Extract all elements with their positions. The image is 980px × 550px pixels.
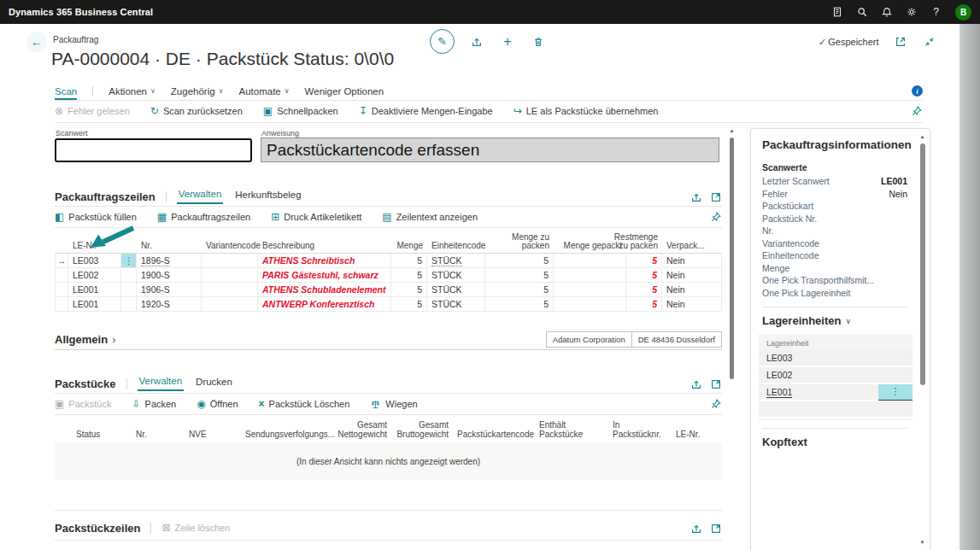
- row-menu-button[interactable]: [121, 268, 137, 283]
- scanwert-input[interactable]: [55, 138, 252, 162]
- col-header-verpackung[interactable]: Verpack...: [662, 232, 722, 254]
- col-header-nr[interactable]: Nr.: [137, 232, 202, 254]
- cell-menge-zu-packen[interactable]: 5: [485, 254, 554, 268]
- row-menu-button[interactable]: ⋮: [121, 254, 137, 268]
- cell-menge-zu-packen[interactable]: 5: [485, 283, 554, 297]
- row-menu-button[interactable]: ⋮: [878, 384, 913, 401]
- breadcrumb[interactable]: Packauftrag: [53, 35, 98, 44]
- section-title[interactable]: Allgemein: [55, 333, 108, 346]
- cell-le-nr[interactable]: LE001: [68, 297, 121, 312]
- collapse-button[interactable]: [922, 34, 937, 50]
- menu-tab-weniger-optionen[interactable]: Weniger Optionen: [305, 86, 384, 97]
- menu-tab-automate[interactable]: Automate ∨: [239, 86, 290, 97]
- scroll-up-icon[interactable]: ▲: [730, 127, 735, 134]
- kopftext-header[interactable]: Kopftext: [762, 436, 907, 448]
- lagereinheit-column-header[interactable]: Lagereinheit: [759, 334, 913, 350]
- cell-menge-zu-packen[interactable]: 5: [485, 297, 554, 312]
- menu-tab-aktionen[interactable]: Aktionen ∨: [109, 86, 156, 97]
- cell-nr-value[interactable]: 1896-S: [141, 255, 170, 266]
- cell-menge-gepackt[interactable]: [554, 268, 626, 283]
- col-header-gesamt-bruttogewicht[interactable]: Gesamt Bruttogewicht: [391, 418, 453, 444]
- expand-icon[interactable]: [710, 520, 722, 535]
- cell-beschreibung[interactable]: PARIS Gästestuhl, schwarz: [258, 268, 391, 283]
- back-button[interactable]: ←: [26, 32, 47, 52]
- cell-verpackung[interactable]: Nein: [662, 283, 722, 297]
- avatar[interactable]: B: [955, 4, 971, 20]
- cell-le-nr[interactable]: LE003: [68, 254, 121, 268]
- cell-variantencode[interactable]: [202, 297, 258, 312]
- tab-herkunftsbeleg[interactable]: Herkunftsbeleg: [233, 190, 302, 203]
- search-icon[interactable]: [849, 0, 874, 24]
- col-header-beschreibung[interactable]: Beschreibung: [258, 232, 391, 254]
- cell-le-nr[interactable]: LE002: [68, 268, 121, 283]
- lagereinheiten-header[interactable]: Lagereinheiten ∨: [762, 314, 907, 327]
- list-item[interactable]: LE003: [759, 350, 913, 367]
- pin-icon[interactable]: [710, 398, 722, 410]
- share-button[interactable]: [468, 33, 485, 50]
- menu-tab-zugehoerig[interactable]: Zugehörig ∨: [171, 86, 224, 97]
- new-record-button[interactable]: +: [499, 33, 516, 50]
- cell-menge[interactable]: 5: [391, 283, 427, 297]
- cell-beschreibung[interactable]: ANTWERP Konferenztisch: [258, 297, 391, 312]
- action-wiegen[interactable]: Wiegen: [370, 398, 417, 409]
- share-icon[interactable]: [690, 376, 702, 391]
- cell-variantencode[interactable]: [202, 268, 258, 283]
- list-item[interactable]: LE002: [759, 367, 913, 384]
- scrollbar-thumb[interactable]: [920, 143, 925, 385]
- menu-tab-scan[interactable]: Scan: [55, 86, 77, 100]
- cell-einheitencode[interactable]: STÜCK: [427, 268, 485, 283]
- col-header-menge[interactable]: Menge: [391, 232, 427, 254]
- action-packauftragszeilen[interactable]: ▦ Packauftragszeilen: [157, 212, 250, 222]
- action-druck-artikeletikett[interactable]: ⊞ Druck Artikeletikett: [271, 212, 361, 222]
- row-menu-button[interactable]: [121, 297, 137, 312]
- list-item-label[interactable]: LE002: [766, 370, 792, 380]
- tab-drucken[interactable]: Drucken: [194, 377, 234, 390]
- cell-menge[interactable]: 5: [391, 254, 427, 268]
- cell-verpackung[interactable]: Nein: [662, 268, 722, 283]
- col-header-sendungsverfolgung[interactable]: Sendungsverfolgungs...: [241, 418, 326, 444]
- action-packen[interactable]: ⇩ Packen: [132, 399, 176, 409]
- cell-menge[interactable]: 5: [391, 268, 427, 283]
- cell-einheit-value[interactable]: STÜCK: [431, 255, 462, 266]
- action-zeilentext-anzeigen[interactable]: ▤ Zeilentext anzeigen: [382, 212, 478, 222]
- badge-address[interactable]: DE 48436 Düsseldorf: [632, 331, 722, 348]
- badge-customer[interactable]: Adatum Corporation: [546, 331, 632, 348]
- expand-icon[interactable]: [710, 376, 722, 391]
- col-header-nr[interactable]: Nr.: [132, 418, 185, 444]
- col-header-in-packstuecknr[interactable]: In Packstücknr.: [608, 418, 672, 444]
- cell-nr[interactable]: 1900-S: [137, 268, 202, 283]
- cell-menge-gepackt[interactable]: [554, 297, 626, 312]
- share-icon[interactable]: [690, 520, 702, 535]
- main-scrollbar[interactable]: ▲: [727, 127, 736, 549]
- cell-verpackung[interactable]: Nein: [662, 297, 722, 312]
- cell-menge-zu-packen[interactable]: 5: [485, 268, 554, 283]
- pin-icon[interactable]: [710, 211, 722, 223]
- open-in-window-button[interactable]: [893, 34, 908, 50]
- scroll-down-icon[interactable]: ▼: [920, 539, 925, 546]
- delete-record-button[interactable]: [530, 33, 547, 50]
- list-item-selected[interactable]: LE001 ⋮: [759, 384, 913, 401]
- cell-variantencode[interactable]: [202, 254, 258, 268]
- col-header-le-nr[interactable]: LE-Nr.: [672, 418, 722, 444]
- section-allgemein[interactable]: Allgemein › Adatum Corporation DE 48436 …: [55, 331, 722, 348]
- col-header-packstueckartencode[interactable]: Packstückartencode: [453, 418, 535, 444]
- col-header-gesamt-nettogewicht[interactable]: Gesamt Nettogewicht: [326, 418, 391, 444]
- cell-einheitencode[interactable]: STÜCK: [427, 283, 485, 297]
- help-icon[interactable]: ?: [924, 0, 948, 24]
- action-le-als-packstuecke[interactable]: ↪ LE als Packstücke übernehmen: [513, 106, 659, 116]
- list-item-empty[interactable]: [759, 401, 913, 418]
- col-header-nve[interactable]: NVE: [185, 418, 241, 444]
- cell-verpackung[interactable]: Nein: [662, 254, 722, 268]
- scroll-up-icon[interactable]: ▲: [920, 133, 925, 140]
- action-oeffnen[interactable]: ◉ Öffnen: [197, 399, 238, 409]
- cell-nr[interactable]: 1920-S: [137, 297, 202, 312]
- company-icon[interactable]: [824, 0, 849, 24]
- row-menu-button[interactable]: [121, 283, 137, 297]
- cell-beschreibung[interactable]: ATHENS Schubladenelement: [258, 283, 391, 297]
- factbox-scrollbar[interactable]: ▲ ▼: [918, 133, 926, 546]
- cell-menge[interactable]: 5: [391, 297, 427, 312]
- share-icon[interactable]: [690, 189, 702, 204]
- action-packstueck-loeschen[interactable]: × Packstück Löschen: [259, 399, 350, 409]
- info-icon[interactable]: i: [912, 85, 923, 97]
- tab-verwalten[interactable]: Verwalten: [138, 376, 185, 391]
